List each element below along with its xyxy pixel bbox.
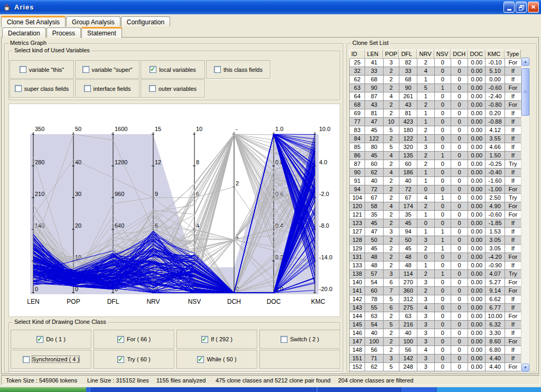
subtab-statement[interactable]: Statement [81, 27, 122, 38]
table-row[interactable]: 1405462703000.005.27For [350, 278, 521, 287]
checkbox-for-66[interactable]: For ( 66 ) [94, 330, 174, 349]
checkbox-do-1[interactable]: Do ( 1 ) [11, 330, 91, 349]
cell-nsv: 1 [435, 194, 451, 202]
cell-nrv: 0 [417, 219, 434, 228]
table-row[interactable]: 121352351000.00-0.60For [350, 211, 521, 219]
checkbox-variable-super[interactable]: variable "super" [75, 60, 139, 79]
table-row[interactable]: 858053203000.004.66If [350, 143, 521, 152]
cell-id: 133 [350, 262, 365, 270]
table-row[interactable]: 14710021003000.008.60For [350, 338, 521, 346]
column-header-id[interactable]: ID [349, 50, 365, 59]
table-row[interactable]: 104672674100.002.50Try [350, 194, 521, 202]
table-row[interactable]: 63902905100.00-0.60For [350, 84, 521, 92]
column-header-pop[interactable]: POP [383, 50, 399, 59]
cell-dch: 0 [451, 194, 468, 202]
table-row[interactable]: 906241861000.00-0.40If [350, 169, 521, 177]
cell-type: For [505, 185, 521, 194]
checkbox-variable-this[interactable]: variable "this" [10, 60, 74, 79]
column-header-dch[interactable]: DCH [451, 50, 468, 59]
title-bar[interactable]: Aries ✕ [0, 0, 541, 14]
close-button[interactable]: ✕ [528, 2, 539, 13]
table-row[interactable]: 133482481000.00-0.90If [350, 262, 521, 270]
column-header-len[interactable]: LEN [365, 50, 383, 59]
column-header-doc[interactable]: DOC [468, 50, 486, 59]
table-row[interactable]: 128502503100.003.05If [350, 236, 521, 245]
start-button[interactable] [0, 387, 86, 392]
cell-id: 91 [350, 177, 365, 185]
table-row[interactable]: 129452452100.003.05If [350, 245, 521, 253]
scrollbar-thumb[interactable] [521, 68, 529, 116]
table-row[interactable]: 68432432000.00-0.80For [350, 101, 521, 109]
checkbox-synchronized-4[interactable]: Synchronized ( 4 ) [11, 350, 91, 369]
cell-dfl: 114 [399, 270, 417, 278]
table-row[interactable]: 1427853123000.006.62If [350, 295, 521, 304]
table-scrollbar[interactable]: ▲ ▼ [521, 57, 530, 372]
table-row[interactable]: 87602602000.00-0.25Try [350, 160, 521, 169]
cell-dfl: 35 [399, 211, 417, 219]
cell-nsv: 1 [435, 270, 451, 278]
checkbox-label: variable "this" [29, 67, 64, 73]
checkbox-interface-fields[interactable]: interface fields [75, 79, 139, 98]
column-header-type[interactable]: Type [505, 50, 521, 59]
table-row[interactable]: 91402401000.00-1.60If [350, 177, 521, 185]
checkbox-outer-variables[interactable]: outer variables [141, 79, 205, 98]
table-row[interactable]: 8412221221000.003.55If [350, 135, 521, 143]
table-row[interactable]: 1435562754000.006.77If [350, 304, 521, 312]
table-row[interactable]: 1455452163000.006.32If [350, 321, 521, 329]
cell-dch: 0 [451, 135, 468, 143]
checkbox-super-class-fields[interactable]: super class fields [10, 79, 74, 98]
column-header-nsv[interactable]: NSV [434, 50, 451, 59]
table-row[interactable]: 1205841742000.004.90For [350, 202, 521, 211]
table-row[interactable]: 834551802000.004.12If [350, 126, 521, 135]
table-row[interactable]: 1416073602000.009.14For [350, 287, 521, 295]
table-row[interactable]: 25413822000.00-0.10For [350, 59, 521, 67]
table-row[interactable]: 131482480000.00-4.20For [350, 253, 521, 262]
taskbar-task-button[interactable] [317, 387, 401, 392]
taskbar[interactable] [0, 387, 541, 392]
checkbox-label: While ( 50 ) [207, 356, 236, 362]
column-header-nrv[interactable]: NRV [417, 50, 434, 59]
tab-configuration[interactable]: Configuration [121, 16, 170, 26]
table-row[interactable]: 148562564000.006.80If [350, 346, 521, 354]
table-row[interactable]: 864541352100.001.50If [350, 152, 521, 160]
scroll-up-button[interactable]: ▲ [521, 58, 529, 66]
cell-dch: 0 [451, 287, 468, 295]
table-row[interactable]: 69812811000.000.20If [350, 109, 521, 118]
checkbox-local-variables[interactable]: local variables [141, 60, 205, 79]
subtab-process[interactable]: Process [46, 27, 81, 38]
cell-dfl: 320 [399, 143, 417, 152]
checkbox-while-50[interactable]: While ( 50 ) [176, 350, 257, 369]
scroll-down-button[interactable]: ▼ [521, 363, 529, 372]
cell-id: 129 [350, 245, 365, 253]
tab-clone-set-analysis[interactable]: Clone Set Analysis [1, 16, 66, 27]
table-row[interactable]: 144632633000.0010.00For [350, 312, 521, 321]
minimize-button[interactable] [503, 2, 515, 13]
column-header-dfl[interactable]: DFL [399, 50, 417, 59]
restore-button[interactable] [516, 2, 527, 13]
metrics-parallel-coordinates-chart[interactable]: 350280210140700LEN50403020100POP16001280… [8, 104, 340, 317]
column-header-kmc[interactable]: KMC [486, 50, 505, 59]
cell-dch: 0 [451, 295, 468, 304]
table-row[interactable]: 1526252483000.004.40For [350, 363, 521, 371]
cell-type: For [505, 287, 521, 295]
cell-pop: 5 [384, 126, 399, 135]
table-row[interactable]: 648742611000.00-2.40If [350, 92, 521, 101]
table-row[interactable]: 1517131423000.004.40If [350, 354, 521, 363]
taskbar-task-button[interactable] [90, 387, 316, 392]
table-row[interactable]: 7747104231000.00-0.88If [350, 118, 521, 126]
table-row[interactable]: 127473941100.001.53If [350, 228, 521, 236]
table-row[interactable]: 62682681000.000.00If [350, 76, 521, 84]
checkbox-switch-2[interactable]: Switch ( 2 ) [259, 330, 340, 349]
tab-group-analysis[interactable]: Group Analysis [66, 16, 120, 26]
checkbox-try-60[interactable]: Try ( 60 ) [94, 350, 174, 369]
subtab-declaration[interactable]: Declaration [2, 27, 46, 38]
cell-len: 67 [365, 194, 383, 202]
table-row[interactable]: 146402403000.003.30If [350, 329, 521, 338]
table-row[interactable]: 123452450000.00-1.85If [350, 219, 521, 228]
table-row[interactable]: 1385731142100.004.07Try [350, 270, 521, 278]
main-tab-bar: Clone Set AnalysisGroup AnalysisConfigur… [1, 15, 171, 26]
table-row[interactable]: 94722720000.00-1.00For [350, 185, 521, 194]
table-row[interactable]: 32332334000.005.10If [350, 67, 521, 76]
checkbox-if-292[interactable]: If ( 292 ) [176, 330, 257, 349]
checkbox-this-class-fields[interactable]: this class fields [206, 60, 270, 79]
